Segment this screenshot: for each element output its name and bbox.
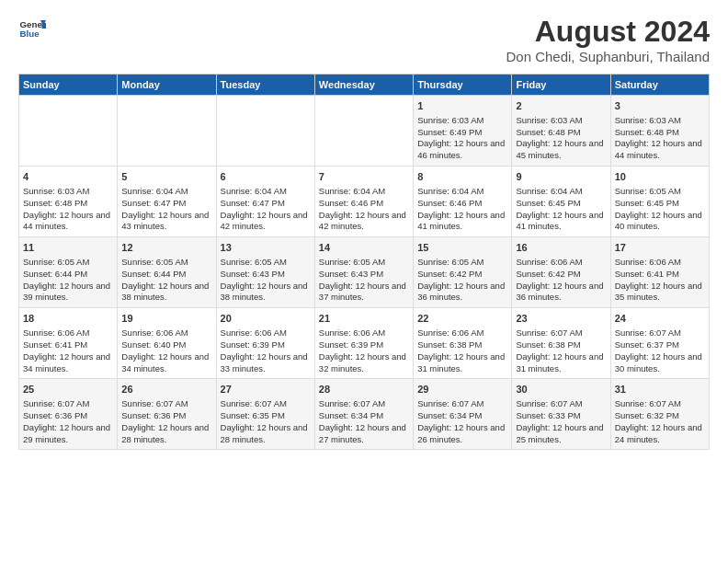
day-number: 24 <box>615 312 705 326</box>
day-number: 7 <box>319 170 409 184</box>
day-info: Sunrise: 6:05 AM <box>23 257 113 269</box>
day-info: Sunset: 6:39 PM <box>319 339 409 351</box>
day-number: 14 <box>319 241 409 255</box>
day-info: Daylight: 12 hours and 29 minutes. <box>23 422 113 446</box>
col-monday: Monday <box>118 75 216 96</box>
subtitle: Don Chedi, Suphanburi, Thailand <box>506 49 710 64</box>
day-info: Sunrise: 6:03 AM <box>615 115 705 127</box>
calendar-cell: 5Sunrise: 6:04 AMSunset: 6:47 PMDaylight… <box>118 167 216 237</box>
day-info: Sunset: 6:43 PM <box>221 269 311 281</box>
calendar-cell: 22Sunrise: 6:06 AMSunset: 6:38 PMDayligh… <box>414 308 512 379</box>
calendar-cell: 23Sunrise: 6:07 AMSunset: 6:38 PMDayligh… <box>512 308 610 379</box>
calendar-cell: 21Sunrise: 6:06 AMSunset: 6:39 PMDayligh… <box>314 308 413 379</box>
day-info: Daylight: 12 hours and 34 minutes. <box>23 351 113 375</box>
day-number: 9 <box>516 170 606 184</box>
calendar-cell: 31Sunrise: 6:07 AMSunset: 6:32 PMDayligh… <box>610 379 709 450</box>
day-info: Sunrise: 6:06 AM <box>221 327 311 339</box>
col-sunday: Sunday <box>19 75 118 96</box>
day-info: Sunset: 6:46 PM <box>417 198 507 210</box>
day-info: Sunrise: 6:07 AM <box>516 398 606 410</box>
col-saturday: Saturday <box>610 75 709 96</box>
day-number: 18 <box>23 312 113 326</box>
day-info: Sunset: 6:34 PM <box>417 410 507 422</box>
day-info: Daylight: 12 hours and 44 minutes. <box>23 210 113 234</box>
calendar-cell: 30Sunrise: 6:07 AMSunset: 6:33 PMDayligh… <box>512 379 610 450</box>
day-info: Sunrise: 6:06 AM <box>319 327 409 339</box>
day-info: Daylight: 12 hours and 31 minutes. <box>417 351 507 375</box>
calendar-cell: 14Sunrise: 6:05 AMSunset: 6:43 PMDayligh… <box>314 237 413 308</box>
day-number: 26 <box>121 383 211 396</box>
calendar-cell: 12Sunrise: 6:05 AMSunset: 6:44 PMDayligh… <box>118 237 216 308</box>
day-info: Daylight: 12 hours and 45 minutes. <box>516 138 606 162</box>
day-number: 27 <box>221 383 311 396</box>
calendar-cell: 10Sunrise: 6:05 AMSunset: 6:45 PMDayligh… <box>610 167 709 237</box>
calendar-cell <box>314 96 413 167</box>
col-friday: Friday <box>512 75 610 96</box>
day-info: Sunrise: 6:07 AM <box>121 398 211 410</box>
day-info: Sunrise: 6:03 AM <box>23 186 113 198</box>
day-number: 3 <box>615 99 705 113</box>
day-info: Sunrise: 6:06 AM <box>121 327 211 339</box>
calendar-cell: 18Sunrise: 6:06 AMSunset: 6:41 PMDayligh… <box>19 308 118 379</box>
day-info: Daylight: 12 hours and 25 minutes. <box>516 422 606 446</box>
day-info: Sunset: 6:36 PM <box>121 410 211 422</box>
day-number: 21 <box>319 312 409 326</box>
day-info: Sunset: 6:39 PM <box>221 339 311 351</box>
calendar-cell: 3Sunrise: 6:03 AMSunset: 6:48 PMDaylight… <box>610 96 709 167</box>
day-info: Daylight: 12 hours and 39 minutes. <box>23 281 113 304</box>
header-row: Sunday Monday Tuesday Wednesday Thursday… <box>19 75 710 96</box>
logo-icon: General Blue <box>18 15 46 42</box>
calendar-week-4: 18Sunrise: 6:06 AMSunset: 6:41 PMDayligh… <box>19 308 710 379</box>
calendar-cell: 7Sunrise: 6:04 AMSunset: 6:46 PMDaylight… <box>314 167 413 237</box>
day-info: Daylight: 12 hours and 24 minutes. <box>615 422 705 446</box>
day-info: Sunrise: 6:03 AM <box>516 115 606 127</box>
calendar-cell: 11Sunrise: 6:05 AMSunset: 6:44 PMDayligh… <box>19 237 118 308</box>
calendar-cell: 24Sunrise: 6:07 AMSunset: 6:37 PMDayligh… <box>610 308 709 379</box>
calendar-table: Sunday Monday Tuesday Wednesday Thursday… <box>18 74 710 450</box>
day-info: Daylight: 12 hours and 42 minutes. <box>221 210 311 234</box>
day-info: Sunrise: 6:07 AM <box>319 398 409 410</box>
svg-marker-3 <box>42 23 47 29</box>
day-info: Daylight: 12 hours and 41 minutes. <box>516 210 606 234</box>
day-info: Sunrise: 6:05 AM <box>221 257 311 269</box>
day-info: Sunrise: 6:05 AM <box>121 257 211 269</box>
day-info: Daylight: 12 hours and 46 minutes. <box>417 138 507 162</box>
day-info: Sunrise: 6:07 AM <box>615 398 705 410</box>
calendar-cell: 19Sunrise: 6:06 AMSunset: 6:40 PMDayligh… <box>118 308 216 379</box>
day-number: 4 <box>23 170 113 184</box>
main-title: August 2024 <box>506 15 710 49</box>
day-info: Sunset: 6:41 PM <box>23 339 113 351</box>
calendar-cell: 25Sunrise: 6:07 AMSunset: 6:36 PMDayligh… <box>19 379 118 450</box>
day-info: Sunset: 6:36 PM <box>23 410 113 422</box>
calendar-cell: 15Sunrise: 6:05 AMSunset: 6:42 PMDayligh… <box>414 237 512 308</box>
day-info: Sunrise: 6:06 AM <box>516 257 606 269</box>
col-thursday: Thursday <box>414 75 512 96</box>
day-info: Sunrise: 6:05 AM <box>417 257 507 269</box>
day-number: 20 <box>221 312 311 326</box>
calendar-week-2: 4Sunrise: 6:03 AMSunset: 6:48 PMDaylight… <box>19 167 710 237</box>
day-info: Daylight: 12 hours and 43 minutes. <box>121 210 211 234</box>
day-info: Sunrise: 6:04 AM <box>417 186 507 198</box>
calendar-cell <box>216 96 314 167</box>
day-info: Daylight: 12 hours and 33 minutes. <box>221 351 311 375</box>
day-info: Sunrise: 6:04 AM <box>221 186 311 198</box>
day-info: Daylight: 12 hours and 36 minutes. <box>417 281 507 304</box>
day-info: Daylight: 12 hours and 40 minutes. <box>615 210 705 234</box>
calendar-week-3: 11Sunrise: 6:05 AMSunset: 6:44 PMDayligh… <box>19 237 710 308</box>
calendar-cell <box>118 96 216 167</box>
day-info: Sunrise: 6:05 AM <box>615 186 705 198</box>
day-number: 23 <box>516 312 606 326</box>
day-info: Sunset: 6:35 PM <box>221 410 311 422</box>
day-number: 8 <box>417 170 507 184</box>
day-number: 28 <box>319 383 409 396</box>
day-info: Daylight: 12 hours and 32 minutes. <box>319 351 409 375</box>
calendar-cell: 8Sunrise: 6:04 AMSunset: 6:46 PMDaylight… <box>414 167 512 237</box>
calendar-cell: 1Sunrise: 6:03 AMSunset: 6:49 PMDaylight… <box>414 96 512 167</box>
day-number: 13 <box>221 241 311 255</box>
calendar-cell: 13Sunrise: 6:05 AMSunset: 6:43 PMDayligh… <box>216 237 314 308</box>
day-info: Sunrise: 6:07 AM <box>221 398 311 410</box>
day-number: 31 <box>615 383 705 396</box>
calendar-cell: 28Sunrise: 6:07 AMSunset: 6:34 PMDayligh… <box>314 379 413 450</box>
day-info: Daylight: 12 hours and 30 minutes. <box>615 351 705 375</box>
day-info: Daylight: 12 hours and 26 minutes. <box>417 422 507 446</box>
